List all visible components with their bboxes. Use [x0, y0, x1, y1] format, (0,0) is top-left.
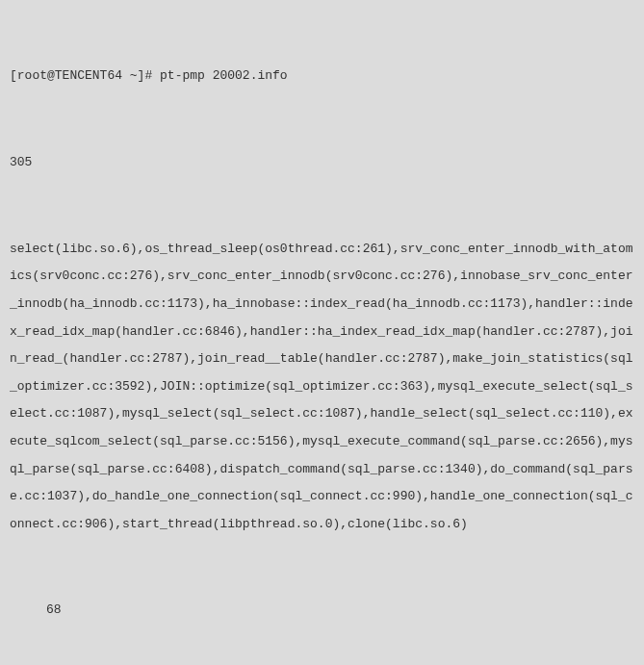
stack-trace-0: select(libc.so.6),os_thread_sleep(os0thr…	[10, 236, 634, 539]
trace-count-0: 305	[10, 149, 634, 177]
command-text: pt-pmp 20002.info	[160, 68, 288, 83]
shell-prompt: [root@TENCENT64 ~]#	[10, 68, 160, 83]
trace-count-1: 68	[10, 597, 634, 625]
command-line: [root@TENCENT64 ~]# pt-pmp 20002.info	[10, 63, 634, 90]
terminal-output: [root@TENCENT64 ~]# pt-pmp 20002.info 30…	[10, 8, 634, 665]
